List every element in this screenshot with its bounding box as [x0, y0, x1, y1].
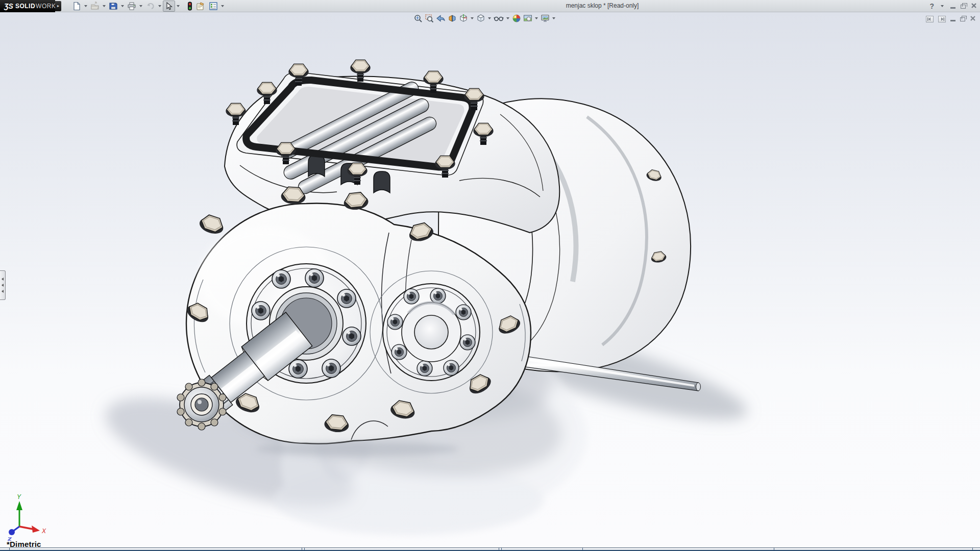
- triad-x-label: X: [41, 528, 46, 535]
- menu-flyout-button[interactable]: ▸: [55, 1, 61, 11]
- options-checklist-icon: [209, 2, 218, 11]
- undo-dropdown-caret[interactable]: [158, 5, 161, 7]
- z-axis-sphere: [9, 529, 15, 535]
- save-dropdown-caret[interactable]: [121, 5, 124, 7]
- new-document-icon: [72, 2, 81, 11]
- title-bar: ƷS SOLID WORKS ▸: [0, 0, 980, 12]
- new-dropdown-caret[interactable]: [84, 5, 87, 7]
- gearbox-3d-model[interactable]: Y X: [0, 12, 980, 547]
- properties-icon: [196, 2, 206, 11]
- help-dropdown-caret[interactable]: [941, 5, 944, 7]
- logo-text-bold: SOLID: [15, 3, 35, 10]
- logo-glyph: ƷS: [4, 2, 13, 10]
- options-dropdown-caret[interactable]: [221, 5, 224, 7]
- help-icon[interactable]: ?: [929, 2, 934, 10]
- minimize-button[interactable]: [950, 2, 955, 11]
- options-button[interactable]: [207, 1, 219, 12]
- window-controls: ?: [929, 0, 977, 12]
- save-floppy-icon: [109, 2, 118, 11]
- status-strip: [0, 547, 980, 551]
- solidworks-window: ƷS SOLID WORKS ▸: [0, 0, 980, 551]
- printer-icon: [127, 2, 136, 11]
- x-axis-arrow: [32, 525, 40, 533]
- selection-filter-button[interactable]: [185, 1, 194, 12]
- document-title: menjac sklop * [Read-only]: [566, 2, 639, 9]
- select-tool-button[interactable]: [163, 1, 175, 12]
- open-dropdown-caret[interactable]: [103, 5, 106, 7]
- new-document-button[interactable]: [70, 1, 83, 12]
- graphics-viewport[interactable]: Y X *Dimetric: [0, 12, 980, 547]
- open-folder-icon: [90, 2, 100, 11]
- restore-button[interactable]: [961, 2, 966, 11]
- traffic-light-icon: [187, 2, 193, 11]
- print-button[interactable]: [126, 1, 138, 12]
- main-toolbar: [70, 1, 226, 12]
- print-dropdown-caret[interactable]: [139, 5, 142, 7]
- close-icon: [971, 3, 977, 9]
- solidworks-logo: ƷS SOLID WORKS: [0, 0, 55, 12]
- open-button[interactable]: [89, 1, 101, 12]
- cursor-arrow-icon: [164, 2, 174, 11]
- close-button[interactable]: [971, 2, 977, 11]
- select-dropdown-caret[interactable]: [177, 5, 180, 7]
- undo-button[interactable]: [144, 1, 157, 12]
- y-axis-arrow: [16, 501, 22, 510]
- properties-button[interactable]: [194, 1, 207, 12]
- undo-arrow-icon: [145, 2, 155, 11]
- orientation-triad: Y X: [8, 493, 46, 540]
- triad-y-label: Y: [17, 493, 21, 500]
- save-button[interactable]: [107, 1, 119, 12]
